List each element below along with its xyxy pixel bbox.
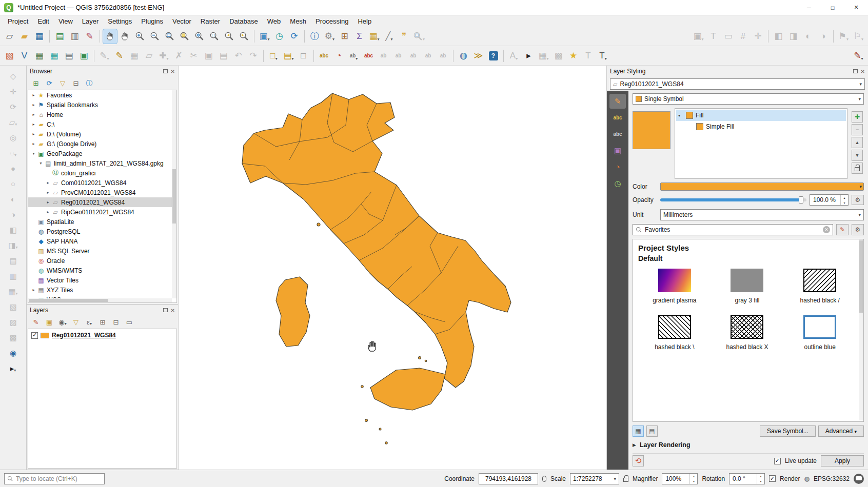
browser-item-c[interactable]: ▸▰C:\ [28,119,176,129]
browser-item-reg01012021-wgs84[interactable]: ▸▱Reg01012021_WGS84 [28,197,176,207]
styling-tab-symbology[interactable]: ✎ [609,94,626,109]
browser-item-sap-hana[interactable]: ◆SAP HANA [28,236,176,246]
drawing-tools-feather-button[interactable]: ✎▾ [852,49,865,63]
expander-icon[interactable]: ▸ [30,288,37,292]
expand-all-button[interactable]: ⊞ [97,317,108,328]
browser-item-colori-grafici[interactable]: Ⓠcolori_grafici [28,168,176,178]
menu-item-database[interactable]: Database [225,16,263,26]
lock-symbol-color-button[interactable] [852,163,863,174]
style-search-input[interactable]: Favorites ✕ [633,224,833,235]
run-feature-action-button[interactable]: ⚙▾ [323,29,337,44]
render-checkbox[interactable] [769,475,776,482]
styling-tab-diagrams[interactable]: ◔ [609,159,626,174]
zoom-to-layer-button[interactable] [192,29,206,44]
clear-search-icon[interactable]: ✕ [823,226,830,233]
layer-visibility-checkbox[interactable] [31,332,38,339]
apply-button[interactable]: Apply [821,455,864,466]
zoom-to-native-resolution-button[interactable]: 1:1 [207,29,221,44]
menu-item-raster[interactable]: Raster [196,16,225,26]
styling-close-icon[interactable]: ✕ [861,69,865,74]
expander-icon[interactable]: ▸ [45,180,51,185]
zoom-next-button[interactable] [237,29,251,44]
layer-diagram-button[interactable]: ◔ [332,49,346,63]
manage-map-themes-button[interactable]: ◉▾ [57,317,68,328]
pin-unpin-labels-button[interactable]: abc [362,49,376,63]
undo-style-button[interactable]: ⟲ [633,455,644,466]
browser-item-ms-sql-server[interactable]: ▥MS SQL Server [28,246,176,256]
color-picker-bar[interactable]: ▾ [660,182,864,191]
layer-rendering-section[interactable]: ▶ Layer Rendering [633,440,864,450]
menu-item-help[interactable]: Help [353,16,376,26]
menu-item-edit[interactable]: Edit [33,16,53,26]
new-map-view-button[interactable]: ▣▾ [258,29,271,44]
open-field-calculator-button[interactable]: ⊞ [338,29,351,44]
rotation-spinbox[interactable]: 0.0 °▴▾ [729,473,765,484]
new-project-button[interactable]: ▱ [3,29,16,44]
menu-item-mesh[interactable]: Mesh [285,16,311,26]
style-item-gray-3-fill[interactable]: gray 3 fill [711,269,784,304]
symbol-type-combo[interactable]: Single Symbol ▾ [633,93,864,105]
measure-button[interactable]: ╱▾ [382,29,396,44]
zoom-in-button[interactable] [133,29,147,44]
temporal-controller-panel-button[interactable]: ◷ [272,29,286,44]
layer-labeling-options-button[interactable]: ab▾ [347,49,361,63]
menu-item-settings[interactable]: Settings [103,16,136,26]
opacity-spinbox[interactable]: 100.0 % ▴▾ [810,194,849,206]
browser-close-icon[interactable]: ✕ [171,69,175,74]
browser-item-geopackage[interactable]: ▾▣GeoPackage [28,149,176,158]
maximize-button[interactable]: □ [821,0,844,15]
menu-item-layer[interactable]: Layer [77,16,104,26]
styling-tab-history[interactable]: ◷ [609,176,626,191]
expander-icon[interactable]: ▸ [45,190,51,195]
browser-item-g-google-drive[interactable]: ▸▰G:\ (Google Drive) [28,139,176,149]
browser-item-home[interactable]: ▸⌂Home [28,110,176,119]
browser-item-oracle[interactable]: ◎Oracle [28,256,176,266]
expander-icon[interactable]: ▸ [30,132,37,136]
expander-icon[interactable]: ▾ [37,161,44,166]
select-annotations-button[interactable]: ▸ [522,49,536,63]
deselect-features-button[interactable]: □ [297,49,310,63]
menu-item-processing[interactable]: Processing [311,16,353,26]
filter-browser-button[interactable]: ▽ [57,78,68,89]
magnifier-spinbox[interactable]: 100%▴▾ [662,473,698,484]
style-options-button[interactable]: ⚙ [852,224,864,235]
georeferencer-tool-button[interactable]: ◉ [6,346,20,359]
zoom-last-button[interactable] [222,29,236,44]
zoom-out-button[interactable] [148,29,162,44]
style-manager-button[interactable]: ✎ [836,224,849,235]
remove-symbol-layer-button[interactable]: − [852,124,863,135]
messages-icon[interactable] [854,474,864,484]
move-symbol-layer-up-button[interactable]: ▲ [852,137,863,148]
add-vector-layer-button[interactable]: V [17,49,31,63]
expander-icon[interactable]: ▸ [30,112,37,117]
select-features-by-value-button[interactable]: ▤▾ [282,49,295,63]
metasearch-catalog-button[interactable]: ◍ [457,49,470,63]
style-item-outline-blue[interactable]: outline blue [783,315,856,351]
browser-item-wms-wmts[interactable]: ◍WMS/WMTS [28,266,176,275]
show-layout-manager-button[interactable]: ▥ [68,29,82,44]
statistical-summary-button[interactable]: Σ [352,29,366,44]
map-canvas[interactable] [179,66,606,470]
browser-item-xyz-tiles[interactable]: ▸▦XYZ Tiles [28,285,176,295]
styles-scrollbar[interactable] [859,239,863,420]
expander-icon[interactable]: ▸ [30,141,37,146]
toggle-editing-button[interactable]: ✎ [112,49,126,63]
expander-icon[interactable]: ▸ [45,210,51,214]
symbol-layer-simple-fill[interactable]: Simple Fill [686,121,846,132]
minimize-button[interactable]: ─ [797,0,821,15]
browser-float-icon[interactable] [163,69,168,73]
add-spatialite-layer-button[interactable]: ▣ [77,49,91,63]
layers-close-icon[interactable]: ✕ [171,308,175,313]
open-attribute-table-button[interactable]: ▦▾ [367,29,381,44]
add-raster-layer-button[interactable]: ▦ [32,49,46,63]
browser-item-com01012021-wgs84[interactable]: ▸▱Com01012021_WGS84 [28,178,176,188]
styling-float-icon[interactable] [853,69,858,73]
live-update-checkbox[interactable] [774,458,781,464]
style-item-gradient-plasma[interactable]: gradient plasma [638,269,711,304]
style-favorites-button[interactable]: ★ [566,49,580,63]
expander-icon[interactable]: ▸ [30,122,37,127]
symbol-preview-swatch[interactable] [633,111,670,149]
menu-item-project[interactable]: Project [3,16,33,26]
style-manager-button[interactable]: ✎ [83,29,96,44]
styling-tab-masks[interactable]: abc [609,127,626,141]
